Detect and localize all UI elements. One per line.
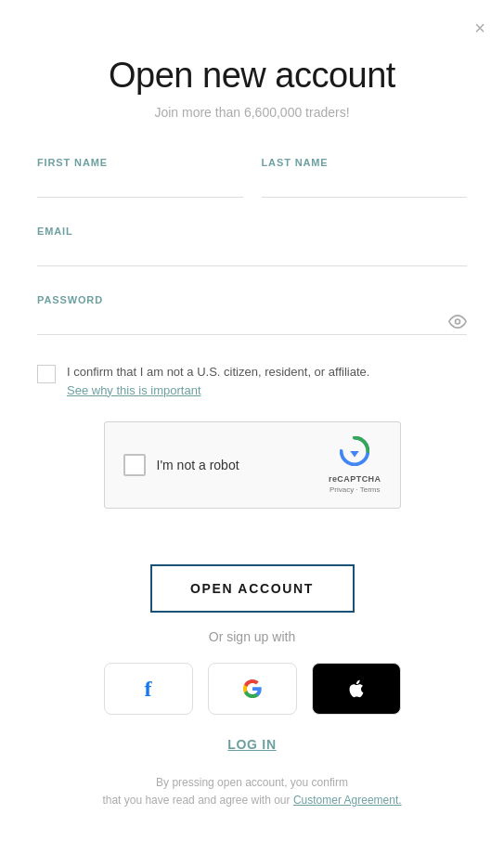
svg-point-0: [456, 319, 460, 324]
email-field: EMAIL: [37, 226, 467, 266]
apple-icon: [346, 679, 367, 699]
log-in-button[interactable]: LOG IN: [227, 737, 276, 752]
close-button[interactable]: ×: [474, 19, 485, 37]
recaptcha-checkbox[interactable]: [123, 454, 146, 476]
citizenship-checkbox[interactable]: [37, 365, 56, 383]
citizenship-text: I confirm that I am not a U.S. citizen, …: [67, 363, 369, 399]
email-input[interactable]: [37, 242, 467, 266]
password-wrapper: [37, 311, 467, 335]
recaptcha-label: I'm not a robot: [157, 458, 239, 472]
first-name-input[interactable]: [37, 174, 243, 198]
first-name-label: FIRST NAME: [37, 157, 243, 168]
or-sign-up-text: Or sign up with: [209, 629, 295, 644]
recaptcha-widget: I'm not a robot reCAPTCHA Privacy: [104, 421, 401, 509]
modal-subtitle: Join more than 6,600,000 traders!: [154, 105, 349, 120]
modal-title: Open new account: [109, 56, 395, 96]
facebook-icon: f: [145, 677, 152, 702]
last-name-label: LAST NAME: [262, 157, 468, 168]
last-name-input[interactable]: [262, 174, 468, 198]
registration-form: FIRST NAME LAST NAME EMAIL PASSWORD: [37, 157, 467, 809]
toggle-password-button[interactable]: [448, 313, 467, 334]
footer-disclaimer: By pressing open account, you confirm th…: [102, 774, 401, 809]
customer-agreement-link[interactable]: Customer Agreement.: [293, 794, 402, 807]
recaptcha-brand-text: reCAPTCHA: [329, 474, 381, 484]
facebook-login-button[interactable]: f: [104, 663, 193, 715]
last-name-field: LAST NAME: [262, 157, 468, 198]
recaptcha-branding: reCAPTCHA Privacy · Terms: [329, 436, 381, 494]
recaptcha-left: I'm not a robot: [123, 454, 239, 476]
name-row: FIRST NAME LAST NAME: [37, 157, 467, 198]
password-input[interactable]: [37, 311, 467, 335]
open-account-button[interactable]: OPEN ACCOUNT: [150, 564, 355, 613]
google-icon: [242, 679, 263, 699]
google-login-button[interactable]: [208, 663, 297, 715]
modal-container: × Open new account Join more than 6,600,…: [0, 0, 504, 866]
recaptcha-privacy-link[interactable]: Privacy: [330, 485, 354, 494]
password-field: PASSWORD: [37, 294, 467, 335]
password-label: PASSWORD: [37, 294, 467, 305]
why-important-link[interactable]: See why this is important: [67, 383, 201, 397]
apple-login-button[interactable]: [312, 663, 401, 715]
recaptcha-links: Privacy · Terms: [330, 485, 381, 494]
recaptcha-terms-link[interactable]: Terms: [360, 485, 381, 494]
first-name-field: FIRST NAME: [37, 157, 243, 198]
citizenship-confirmation: I confirm that I am not a U.S. citizen, …: [37, 363, 467, 399]
email-label: EMAIL: [37, 226, 467, 237]
recaptcha-icon: [340, 436, 369, 472]
social-buttons-row: f: [104, 663, 401, 715]
